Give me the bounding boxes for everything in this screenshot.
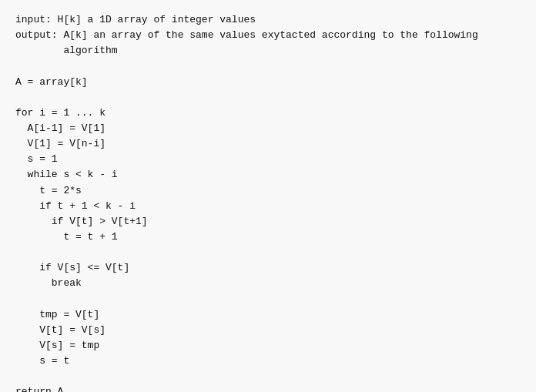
code-line <box>15 369 521 384</box>
code-line <box>15 90 521 106</box>
code-line: if V[s] <= V[t] <box>15 260 521 276</box>
code-line: if t + 1 < k - i <box>15 199 521 214</box>
code-line: A = array[k] <box>15 75 521 90</box>
code-line: return A <box>15 384 521 392</box>
code-line: s = t <box>15 353 521 369</box>
code-line: output: A[k] an array of the same values… <box>15 28 521 43</box>
code-line: A[i-1] = V[1] <box>15 121 521 136</box>
code-line: algorithm <box>15 43 521 59</box>
code-line: while s < k - i <box>15 167 521 183</box>
code-line <box>15 59 521 74</box>
code-line: V[1] = V[n-i] <box>15 136 521 152</box>
code-line <box>15 292 521 307</box>
code-line: tmp = V[t] <box>15 307 521 323</box>
code-line: V[t] = V[s] <box>15 323 521 338</box>
code-line: s = 1 <box>15 152 521 167</box>
code-line: for i = 1 ... k <box>15 106 521 121</box>
code-line: input: H[k] a 1D array of integer values <box>15 12 521 28</box>
code-display: input: H[k] a 1D array of integer values… <box>15 12 521 392</box>
code-line: V[s] = tmp <box>15 338 521 353</box>
code-line <box>15 245 521 260</box>
code-line: t = 2*s <box>15 183 521 199</box>
code-line: break <box>15 276 521 291</box>
code-line: t = t + 1 <box>15 230 521 245</box>
code-line: if V[t] > V[t+1] <box>15 214 521 230</box>
